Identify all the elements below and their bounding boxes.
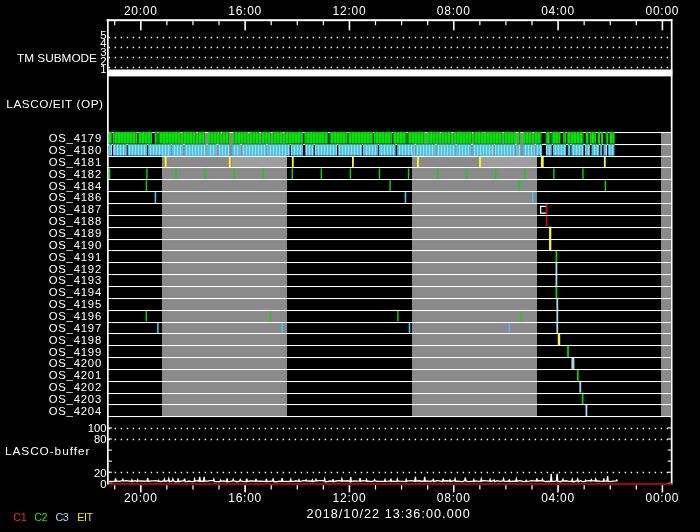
svg-text:20:00: 20:00 [124, 4, 158, 18]
svg-text:0: 0 [100, 478, 106, 490]
svg-text:EIT: EIT [77, 511, 93, 523]
svg-text:OS_4195: OS_4195 [49, 298, 102, 310]
svg-text:OS_4198: OS_4198 [49, 334, 102, 346]
svg-text:C3: C3 [55, 511, 68, 523]
svg-text:C1: C1 [13, 511, 26, 523]
svg-text:OS_4182: OS_4182 [49, 168, 102, 180]
svg-text:08:00: 08:00 [437, 4, 471, 18]
svg-text:OS_4188: OS_4188 [49, 215, 102, 227]
svg-text:OS_4181: OS_4181 [49, 156, 102, 168]
svg-text:OS_4200: OS_4200 [49, 357, 102, 369]
svg-text:2018/10/22 13:36:00.000: 2018/10/22 13:36:00.000 [307, 507, 471, 521]
svg-text:OS_4202: OS_4202 [49, 381, 102, 393]
svg-text:OS_4191: OS_4191 [49, 251, 102, 263]
svg-text:OS_4197: OS_4197 [49, 322, 102, 334]
svg-text:OS_4186: OS_4186 [49, 191, 102, 203]
svg-text:OS_4199: OS_4199 [49, 346, 102, 358]
svg-text:08:00: 08:00 [437, 491, 471, 505]
svg-text:12:00: 12:00 [333, 491, 367, 505]
svg-text:16:00: 16:00 [228, 491, 262, 505]
svg-text:OS_4184: OS_4184 [49, 180, 102, 192]
svg-text:OS_4204: OS_4204 [49, 405, 102, 417]
svg-text:04:00: 04:00 [541, 4, 575, 18]
svg-text:OS_4196: OS_4196 [49, 310, 102, 322]
svg-text:OS_4193: OS_4193 [49, 274, 102, 286]
svg-text:OS_4201: OS_4201 [49, 369, 102, 381]
svg-text:TM SUBMODE: TM SUBMODE [17, 51, 97, 65]
svg-text:04:00: 04:00 [541, 491, 575, 505]
svg-text:OS_4187: OS_4187 [49, 203, 102, 215]
svg-text:LASCO-buffer: LASCO-buffer [5, 444, 90, 458]
svg-text:OS_4203: OS_4203 [49, 393, 102, 405]
svg-text:OS_4194: OS_4194 [49, 286, 102, 298]
svg-text:80: 80 [94, 433, 107, 445]
svg-text:20:00: 20:00 [124, 491, 158, 505]
svg-text:OS_4189: OS_4189 [49, 227, 102, 239]
svg-text:1: 1 [100, 63, 106, 75]
svg-text:OS_4179: OS_4179 [49, 132, 102, 144]
svg-text:00:00: 00:00 [646, 491, 680, 505]
svg-text:16:00: 16:00 [228, 4, 262, 18]
svg-text:C2: C2 [34, 511, 47, 523]
svg-text:OS_4180: OS_4180 [49, 144, 102, 156]
svg-text:OS_4192: OS_4192 [49, 263, 102, 275]
svg-text:OS_4190: OS_4190 [49, 239, 102, 251]
svg-text:00:00: 00:00 [646, 4, 680, 18]
svg-text:12:00: 12:00 [333, 4, 367, 18]
svg-text:LASCO/EIT (OP): LASCO/EIT (OP) [6, 97, 103, 111]
